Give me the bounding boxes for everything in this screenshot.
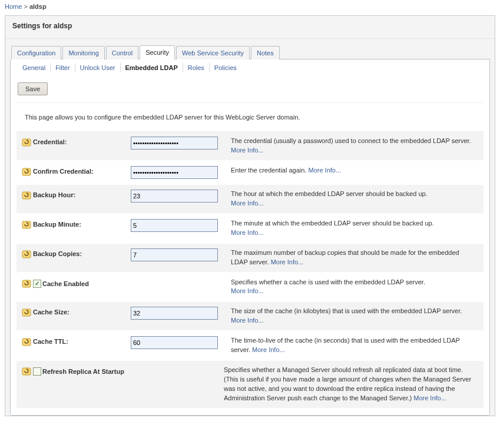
label-confirm-credential: Confirm Credential: xyxy=(33,166,131,175)
restart-icon xyxy=(22,337,31,347)
subtab-unlock-user[interactable]: Unlock User xyxy=(75,63,121,72)
content-area: Save This page allows you to configure t… xyxy=(11,75,489,415)
backup-minute-input[interactable] xyxy=(131,219,218,232)
more-info-link[interactable]: More Info... xyxy=(231,200,264,207)
sub-tab-bar: General Filter Unlock User Embedded LDAP… xyxy=(10,59,490,416)
breadcrumb-home[interactable]: Home xyxy=(5,3,22,10)
label-credential: Credential: xyxy=(33,137,131,145)
desc-credential: The credential (usually a password) used… xyxy=(231,137,480,155)
desc-confirm-credential: Enter the credential again. More Info... xyxy=(231,166,480,175)
more-info-link[interactable]: More Info... xyxy=(231,229,264,236)
more-info-link[interactable]: More Info... xyxy=(252,346,285,353)
subtab-filter[interactable]: Filter xyxy=(51,63,75,72)
primary-tabs: Configuration Monitoring Control Securit… xyxy=(11,45,490,59)
desc-backup-hour: The hour at which the embedded LDAP serv… xyxy=(231,190,480,208)
row-cache-enabled: ✓ Cache Enabled Specifies whether a cach… xyxy=(16,273,484,303)
cache-ttl-input[interactable] xyxy=(131,336,218,349)
settings-panel: Settings for aldsp Configuration Monitor… xyxy=(5,15,495,416)
row-refresh-replica: Refresh Replica At Startup Specifies whe… xyxy=(16,361,484,409)
restart-icon xyxy=(22,367,31,376)
tab-monitoring[interactable]: Monitoring xyxy=(62,46,104,59)
desc-cache-size: The size of the cache (in kilobytes) tha… xyxy=(231,307,480,326)
breadcrumb-current: aldsp xyxy=(29,3,47,10)
restart-icon xyxy=(22,138,31,147)
more-info-link[interactable]: More Info... xyxy=(308,167,341,174)
restart-icon xyxy=(22,250,31,259)
breadcrumb-sep: > xyxy=(24,3,29,10)
page-description: This page allows you to configure the em… xyxy=(16,102,484,132)
label-cache-ttl: Cache TTL: xyxy=(33,336,131,345)
row-credential: Credential: The credential (usually a pa… xyxy=(16,132,484,161)
desc-cache-ttl: The time-to-live of the cache (in second… xyxy=(231,336,480,355)
desc-backup-minute: The minute at which the embedded LDAP se… xyxy=(231,219,480,238)
more-info-link[interactable]: More Info... xyxy=(271,258,304,266)
row-cache-size: Cache Size: The size of the cache (in ki… xyxy=(16,302,484,331)
cache-enabled-checkbox[interactable]: ✓ xyxy=(33,280,41,288)
tab-control[interactable]: Control xyxy=(106,46,138,59)
desc-cache-enabled: Specifies whether a cache is used with t… xyxy=(231,278,480,297)
label-backup-copies: Backup Copies: xyxy=(33,248,131,257)
backup-hour-input[interactable] xyxy=(131,190,218,203)
row-backup-hour: Backup Hour: The hour at which the embed… xyxy=(16,185,484,214)
label-refresh-replica: Refresh Replica At Startup xyxy=(42,368,124,375)
desc-refresh-replica: Specifies whether a Managed Server shoul… xyxy=(224,366,480,403)
backup-copies-input[interactable] xyxy=(131,248,218,261)
save-button[interactable]: Save xyxy=(18,82,48,95)
secondary-tabs: General Filter Unlock User Embedded LDAP… xyxy=(11,59,489,75)
credential-input[interactable] xyxy=(131,137,218,150)
restart-icon xyxy=(22,308,31,317)
restart-icon xyxy=(22,220,31,230)
restart-icon xyxy=(22,191,31,200)
page-title: Settings for aldsp xyxy=(5,16,495,39)
refresh-replica-checkbox[interactable] xyxy=(33,367,41,376)
restart-icon xyxy=(22,279,31,288)
tab-notes[interactable]: Notes xyxy=(251,46,280,59)
subtab-roles[interactable]: Roles xyxy=(183,63,210,72)
confirm-credential-input[interactable] xyxy=(131,166,218,179)
label-cache-enabled: Cache Enabled xyxy=(42,280,89,287)
subtab-embedded-ldap[interactable]: Embedded LDAP xyxy=(121,63,183,72)
desc-backup-copies: The maximum number of backup copies that… xyxy=(231,248,480,267)
row-cache-ttl: Cache TTL: The time-to-live of the cache… xyxy=(16,331,484,361)
more-info-link[interactable]: More Info... xyxy=(231,147,264,154)
more-info-link[interactable]: More Info... xyxy=(231,317,264,324)
breadcrumb: Home > aldsp xyxy=(0,0,500,13)
subtab-policies[interactable]: Policies xyxy=(210,63,241,72)
row-confirm-credential: Confirm Credential: Enter the credential… xyxy=(16,161,484,185)
row-backup-minute: Backup Minute: The minute at which the e… xyxy=(16,214,484,244)
more-info-link[interactable]: More Info... xyxy=(231,287,264,294)
tab-security[interactable]: Security xyxy=(140,45,175,59)
restart-icon xyxy=(22,167,31,177)
label-backup-minute: Backup Minute: xyxy=(33,219,131,228)
cache-size-input[interactable] xyxy=(131,307,218,320)
subtab-general[interactable]: General xyxy=(18,63,51,72)
row-backup-copies: Backup Copies: The maximum number of bac… xyxy=(16,244,484,273)
label-cache-size: Cache Size: xyxy=(33,307,131,316)
more-info-link[interactable]: More Info... xyxy=(413,394,446,401)
tab-web-service-security[interactable]: Web Service Security xyxy=(176,46,250,59)
label-backup-hour: Backup Hour: xyxy=(33,190,131,198)
tab-configuration[interactable]: Configuration xyxy=(11,46,61,59)
